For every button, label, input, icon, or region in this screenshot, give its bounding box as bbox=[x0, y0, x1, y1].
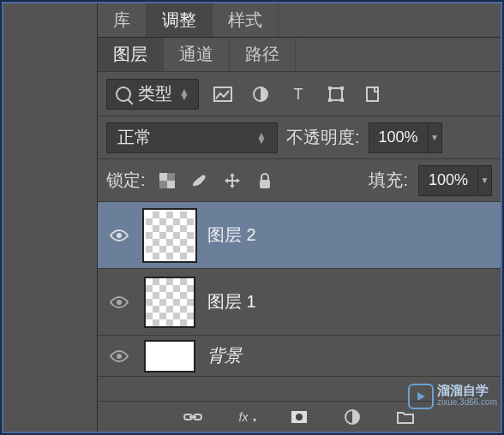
lock-row: 锁定: 填充: 100% ▼ bbox=[98, 159, 501, 202]
filter-shape-icon[interactable] bbox=[322, 80, 350, 108]
lock-icons bbox=[156, 170, 276, 192]
tab-adjust[interactable]: 调整 bbox=[147, 3, 213, 37]
layer-name[interactable]: 图层 1 bbox=[207, 290, 256, 313]
opacity-dropdown-arrow[interactable]: ▼ bbox=[429, 122, 442, 153]
dropdown-arrows-icon: ▲▼ bbox=[256, 133, 267, 143]
lock-transparency-icon[interactable] bbox=[156, 170, 178, 192]
layer-name[interactable]: 背景 bbox=[207, 344, 242, 367]
svg-text:fx: fx bbox=[239, 410, 249, 424]
svg-rect-8 bbox=[367, 87, 378, 101]
left-spacer bbox=[3, 3, 98, 432]
fill-dropdown-arrow[interactable]: ▼ bbox=[478, 165, 492, 196]
blend-mode-dropdown[interactable]: 正常 ▲▼ bbox=[106, 122, 278, 153]
opacity-label: 不透明度: bbox=[286, 126, 360, 149]
fill-label: 填充: bbox=[369, 169, 408, 192]
svg-rect-11 bbox=[167, 181, 175, 188]
lock-all-icon[interactable] bbox=[254, 170, 276, 192]
svg-point-15 bbox=[117, 354, 122, 359]
layer-thumbnail[interactable] bbox=[144, 340, 195, 372]
fill-value[interactable]: 100% bbox=[418, 165, 478, 196]
tab-paths[interactable]: 路径 bbox=[230, 38, 296, 71]
panel-tab-row: 图层 通道 路径 bbox=[98, 38, 501, 72]
blend-mode-value: 正常 bbox=[117, 126, 152, 149]
bottom-toolbar: fx▾ bbox=[98, 401, 501, 432]
tab-styles[interactable]: 样式 bbox=[213, 3, 279, 37]
layer-name[interactable]: 图层 2 bbox=[207, 223, 256, 247]
svg-rect-3 bbox=[330, 88, 342, 100]
visibility-toggle[interactable] bbox=[106, 343, 132, 369]
link-layers-icon[interactable] bbox=[179, 403, 207, 431]
layer-row[interactable]: 图层 2 bbox=[98, 202, 501, 269]
opacity-value[interactable]: 100% bbox=[369, 122, 429, 153]
svg-rect-5 bbox=[340, 86, 344, 90]
lock-label: 锁定: bbox=[106, 169, 146, 192]
filter-pixel-icon[interactable] bbox=[209, 80, 237, 108]
layer-thumbnail[interactable] bbox=[144, 277, 195, 328]
tab-library[interactable]: 库 bbox=[98, 3, 147, 37]
layers-list: 图层 2 图层 1 背景 bbox=[98, 202, 501, 401]
svg-rect-10 bbox=[159, 173, 167, 181]
tab-channels[interactable]: 通道 bbox=[164, 38, 230, 71]
filter-type-dropdown[interactable]: 类型 ▲▼ bbox=[106, 79, 199, 110]
tab-layers[interactable]: 图层 bbox=[98, 38, 164, 71]
adjustment-layer-icon[interactable] bbox=[339, 403, 366, 431]
svg-rect-0 bbox=[214, 87, 231, 101]
search-icon bbox=[116, 86, 131, 102]
visibility-toggle[interactable] bbox=[106, 289, 132, 315]
svg-text:▾: ▾ bbox=[253, 416, 256, 424]
layer-row[interactable]: 背景 bbox=[98, 336, 501, 377]
svg-rect-12 bbox=[260, 180, 270, 188]
dropdown-arrows-icon: ▲▼ bbox=[179, 89, 189, 99]
svg-rect-4 bbox=[328, 86, 332, 90]
svg-point-13 bbox=[117, 233, 122, 238]
svg-point-14 bbox=[117, 300, 122, 305]
svg-rect-7 bbox=[340, 98, 344, 102]
svg-text:T: T bbox=[293, 86, 303, 103]
layer-row[interactable]: 图层 1 bbox=[98, 269, 501, 336]
group-icon[interactable] bbox=[392, 403, 419, 431]
mask-icon[interactable] bbox=[285, 403, 313, 431]
fx-icon[interactable]: fx▾ bbox=[232, 403, 260, 431]
filter-adjustment-icon[interactable] bbox=[247, 80, 274, 108]
blend-row: 正常 ▲▼ 不透明度: 100% ▼ bbox=[98, 116, 501, 159]
lock-paint-icon[interactable] bbox=[189, 170, 211, 192]
visibility-toggle[interactable] bbox=[106, 223, 132, 248]
layers-panel: 库 调整 样式 图层 通道 路径 类型 ▲▼ T bbox=[98, 3, 501, 432]
filter-type-icon[interactable]: T bbox=[285, 80, 312, 108]
filter-smartobject-icon[interactable] bbox=[360, 80, 387, 108]
svg-point-22 bbox=[296, 414, 303, 420]
lock-position-icon[interactable] bbox=[221, 170, 243, 192]
svg-rect-6 bbox=[328, 98, 332, 102]
top-tab-row: 库 调整 样式 bbox=[98, 3, 501, 38]
layer-thumbnail[interactable] bbox=[144, 210, 195, 261]
filter-row: 类型 ▲▼ T bbox=[98, 72, 501, 116]
filter-type-label: 类型 bbox=[138, 82, 172, 105]
